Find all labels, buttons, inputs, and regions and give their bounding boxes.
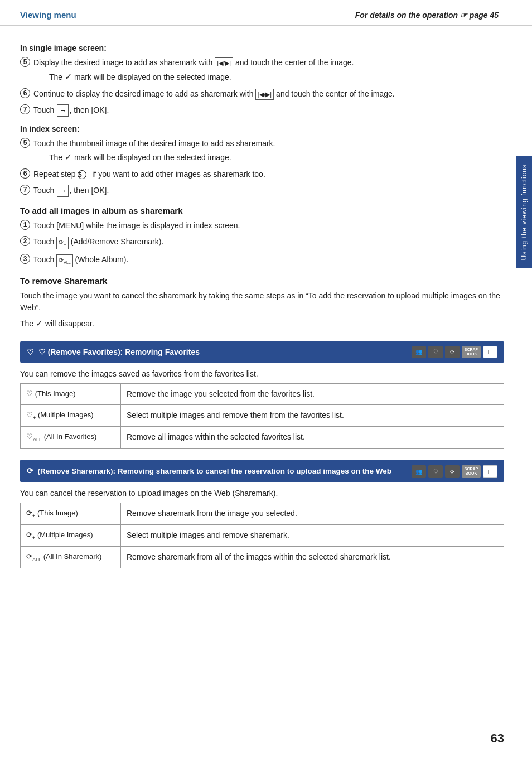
share-row3-desc: Remove sharemark from all of the images … bbox=[121, 547, 504, 568]
step7i-text: Touch →, then [OK]. bbox=[33, 186, 109, 195]
heart-multi-icon: ♡ bbox=[26, 411, 33, 419]
add1-circle: 1 bbox=[20, 220, 30, 230]
step5-ref-circle: 5 bbox=[78, 170, 86, 179]
step5i-sub: The ✓ mark will be displayed on the sele… bbox=[49, 151, 504, 164]
heart-this-icon: ♡ bbox=[26, 389, 33, 398]
step7-single: 7 Touch →, then [OK]. bbox=[20, 104, 504, 117]
remove-share-title: ⟳ (Remove Sharemark): Removing sharemark… bbox=[27, 466, 412, 475]
table-row: ♡+ (Multiple Images) Select multiple ima… bbox=[21, 404, 504, 426]
add-step1: 1 Touch [MENU] while the image is displa… bbox=[20, 220, 504, 232]
step6-circle: 6 bbox=[20, 88, 30, 98]
scrap-icon-box2: SCRAPBOOK bbox=[462, 465, 481, 478]
step7-index: 7 Touch →, then [OK]. bbox=[20, 185, 504, 197]
remove-fav-body: You can remove the images saved as favor… bbox=[20, 368, 504, 380]
share-table-body: ⟳+ (This Image) Remove sharemark from th… bbox=[21, 503, 504, 568]
sharemark-sub2: + bbox=[32, 535, 35, 541]
add2-text: Touch ⟳+ (Add/Remove Sharemark). bbox=[33, 237, 163, 246]
fav-row3-label: (All In Favorites) bbox=[44, 432, 97, 441]
remove-sharemark-heading: To remove Sharemark bbox=[20, 276, 504, 286]
people-icon-box2: 👥 bbox=[412, 465, 426, 478]
sidebar-tab: Using the viewing functions bbox=[516, 156, 532, 268]
share-row1-desc: Remove sharemark from the image you sele… bbox=[121, 503, 504, 525]
add1-body: Touch [MENU] while the image is displaye… bbox=[33, 220, 504, 232]
sharemark-add-icon: ⟳+ bbox=[56, 237, 69, 249]
remove-fav-title-text: ♡ (Remove Favorites): Removing Favorites bbox=[38, 348, 200, 356]
share-row2-icon-cell: ⟳+ (Multiple Images) bbox=[21, 525, 121, 547]
scrap-icon-box: SCRAPBOOK bbox=[462, 346, 481, 358]
step6i-body: Repeat step 5 if you want to add other i… bbox=[33, 168, 504, 180]
camera-icon2: □ bbox=[488, 467, 492, 476]
sharemark-this-icon: ⟳ bbox=[26, 509, 32, 517]
step7-circle: 7 bbox=[20, 104, 30, 114]
step6i-circle: 6 bbox=[20, 168, 30, 179]
heart-icon2: ♡ bbox=[433, 349, 438, 355]
scrap-label2: SCRAPBOOK bbox=[465, 467, 478, 475]
header-right: For details on the operation ☞ page 45 bbox=[355, 11, 499, 20]
step5i-circle: 5 bbox=[20, 138, 30, 148]
fav-row1-desc: Remove the image you selected from the f… bbox=[121, 383, 504, 404]
share-row3-icon-cell: ⟳ALL (All In Sharemark) bbox=[21, 547, 121, 568]
checkmark3-icon: ✓ bbox=[36, 319, 43, 328]
add3-circle: 3 bbox=[20, 254, 30, 264]
step7i-body: Touch →, then [OK]. bbox=[33, 185, 504, 197]
step6-body: Continue to display the desired image to… bbox=[33, 88, 504, 100]
step5i-body: Touch the thumbnail image of the desired… bbox=[33, 138, 504, 164]
heart-icon3: ♡ bbox=[433, 469, 438, 475]
fav-row1-label: (This Image) bbox=[35, 389, 76, 398]
multi-sub: + bbox=[33, 414, 36, 420]
step7-text: Touch →, then [OK]. bbox=[33, 105, 109, 114]
heart-icon: ♡ bbox=[27, 348, 34, 356]
single-image-label: In single image screen: bbox=[20, 44, 504, 52]
camera-icon-box: □ bbox=[483, 346, 497, 358]
step5-body: Display the desired image to add as shar… bbox=[33, 57, 504, 84]
fav-row2-icon-cell: ♡+ (Multiple Images) bbox=[21, 404, 121, 426]
remove-sharemark-body1: Touch the image you want to cancel the s… bbox=[20, 290, 504, 314]
sidebar-tab-text: Using the viewing functions bbox=[520, 164, 528, 260]
sharemark-section-icon: ⟳ bbox=[27, 467, 33, 475]
remove-share-section-header: ⟳ (Remove Sharemark): Removing sharemark… bbox=[20, 460, 504, 482]
fav-row2-label: (Multiple Images) bbox=[38, 411, 94, 419]
remove-sharemark-body2: The ✓ will disappear. bbox=[20, 317, 504, 330]
table-row: ♡ (This Image) Remove the image you sele… bbox=[21, 383, 504, 404]
share-row1-label: (This Image) bbox=[37, 509, 78, 517]
step6i-text: Repeat step 5 if you want to add other i… bbox=[33, 170, 265, 179]
add-all-heading: To add all images in album as sharemark bbox=[20, 206, 504, 215]
step6-index: 6 Repeat step 5 if you want to add other… bbox=[20, 168, 504, 180]
step6-text: Continue to display the desired image to… bbox=[33, 89, 395, 98]
header-left: Viewing menu bbox=[20, 10, 76, 20]
share-row3-label: (All In Sharemark) bbox=[43, 552, 102, 561]
nav-arrows-icon: |◀/▶| bbox=[215, 57, 233, 69]
arrow-btn2: → bbox=[57, 185, 69, 197]
add2-body: Touch ⟳+ (Add/Remove Sharemark). bbox=[33, 236, 504, 249]
fav-table-body: ♡ (This Image) Remove the image you sele… bbox=[21, 383, 504, 448]
add3-text: Touch ⟳ALL (Whole Album). bbox=[33, 255, 128, 264]
sharemark-icon-box2: ⟳ bbox=[445, 465, 460, 478]
sharemark-icon3: ⟳ bbox=[450, 469, 454, 475]
share-row2-desc: Select multiple images and remove sharem… bbox=[121, 525, 504, 547]
table-row: ♡ALL (All In Favorites) Remove all image… bbox=[21, 426, 504, 448]
step5-index: 5 Touch the thumbnail image of the desir… bbox=[20, 138, 504, 164]
fav-row1-icon-cell: ♡ (This Image) bbox=[21, 383, 121, 404]
camera-icon: □ bbox=[488, 348, 492, 356]
checkmark2-icon: ✓ bbox=[65, 152, 72, 162]
whole-album-icon: ⟳ALL bbox=[56, 254, 72, 267]
heart-icon-box: ♡ bbox=[428, 346, 443, 358]
add-step2: 2 Touch ⟳+ (Add/Remove Sharemark). bbox=[20, 236, 504, 249]
fav-icon-group: 👥 ♡ ⟳ SCRAPBOOK □ bbox=[412, 346, 497, 358]
share-table: ⟳+ (This Image) Remove sharemark from th… bbox=[20, 503, 504, 568]
remove-fav-section-header: ♡ ♡ (Remove Favorites): Removing Favorit… bbox=[20, 341, 504, 363]
sharemark-sub1: + bbox=[32, 513, 35, 519]
table-row: ⟳ALL (All In Sharemark) Remove sharemark… bbox=[21, 547, 504, 568]
people-icon: 👥 bbox=[415, 349, 422, 355]
sharemark-all-icon: ⟳ALL bbox=[26, 552, 41, 561]
sharemark-icon2: ⟳ bbox=[450, 349, 454, 355]
sharemark-multi-icon: ⟳ bbox=[26, 531, 32, 539]
table-row: ⟳+ (This Image) Remove sharemark from th… bbox=[21, 503, 504, 525]
page-number: 63 bbox=[491, 731, 504, 746]
arrow-btn: → bbox=[57, 104, 69, 117]
step7-body: Touch →, then [OK]. bbox=[33, 104, 504, 117]
share-icon-group: 👥 ♡ ⟳ SCRAPBOOK □ bbox=[412, 465, 497, 478]
share-row1-icon-cell: ⟳+ (This Image) bbox=[21, 503, 121, 525]
step5-circle: 5 bbox=[20, 57, 30, 67]
camera-icon-box2: □ bbox=[483, 465, 497, 478]
